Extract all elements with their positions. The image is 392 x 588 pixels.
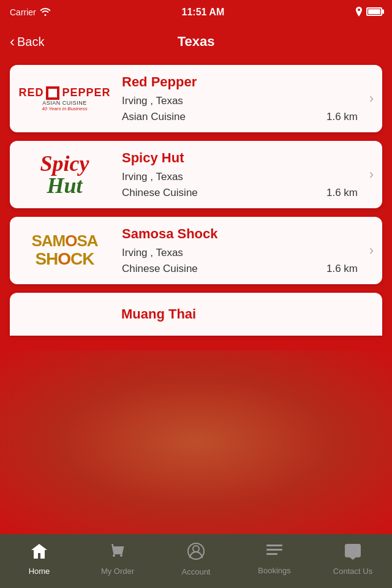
spicy-hut-logo: Spicy Hut <box>17 149 112 200</box>
samosa-text: SAMOSA <box>31 232 97 250</box>
carrier-label: Carrier <box>10 7 36 17</box>
page-title: Texas <box>178 34 215 50</box>
spicy-hut-distance: 1.6 km <box>326 187 358 199</box>
tab-contact-us-label: Contact Us <box>333 567 372 576</box>
tab-contact-us[interactable]: Contact Us <box>314 543 392 576</box>
spicy-hut-cuisine: Chinese Cuisine <box>122 187 198 199</box>
tab-account-label: Account <box>182 567 211 576</box>
svg-point-1 <box>193 546 199 552</box>
tab-bar: Home My Order Account Bookings <box>0 534 392 588</box>
tab-my-order-label: My Order <box>101 567 134 576</box>
spicy-text: Spicy <box>40 153 89 175</box>
bookings-icon <box>265 543 284 564</box>
spicy-hut-chevron-icon: › <box>369 167 374 183</box>
background-food-image <box>0 350 392 534</box>
red-pepper-logo-pepper: PEPPER <box>62 86 110 99</box>
samosa-shock-location: Irving , Texas <box>122 247 375 259</box>
back-label: Back <box>17 35 44 49</box>
red-pepper-info: Red Pepper Irving , Texas Asian Cuisine … <box>112 74 375 123</box>
status-right <box>355 7 382 18</box>
location-icon <box>355 7 363 18</box>
tab-my-order[interactable]: My Order <box>78 543 157 576</box>
cart-icon <box>108 543 127 564</box>
restaurant-card-muang-thai[interactable]: Muang Thai <box>10 293 382 336</box>
samosa-shock-cuisine: Chinese Cuisine <box>122 263 198 275</box>
wifi-icon <box>40 7 51 18</box>
main-content: RED PEPPER ASIAN CUISINE 40 Years in Bus… <box>0 59 392 534</box>
restaurant-card-spicy-hut[interactable]: Spicy Hut Spicy Hut Irving , Texas Chine… <box>10 141 382 208</box>
samosa-shock-chevron-icon: › <box>369 243 374 258</box>
samosa-shock-info: Samosa Shock Irving , Texas Chinese Cuis… <box>112 226 375 275</box>
tab-home[interactable]: Home <box>0 543 78 576</box>
hut-text: Hut <box>47 175 82 197</box>
home-icon <box>30 543 48 564</box>
samosa-shock-distance: 1.6 km <box>326 263 358 275</box>
spicy-hut-location: Irving , Texas <box>122 171 375 183</box>
samosa-shock-logo: SAMOSA SHOCK <box>17 225 112 276</box>
restaurant-card-red-pepper[interactable]: RED PEPPER ASIAN CUISINE 40 Years in Bus… <box>10 65 382 132</box>
shock-text: SHOCK <box>35 250 94 269</box>
svg-rect-2 <box>266 545 282 546</box>
samosa-shock-footer: Chinese Cuisine 1.6 km <box>122 263 375 275</box>
red-pepper-location: Irving , Texas <box>122 95 375 107</box>
red-pepper-logo-text: RED <box>18 86 43 99</box>
red-pepper-footer: Asian Cuisine 1.6 km <box>122 111 375 123</box>
tab-account[interactable]: Account <box>157 542 235 576</box>
red-pepper-cuisine: Asian Cuisine <box>122 111 186 123</box>
chat-icon <box>344 543 362 564</box>
spicy-hut-footer: Chinese Cuisine 1.6 km <box>122 187 375 199</box>
back-button[interactable]: ‹ Back <box>10 33 44 50</box>
spicy-hut-info: Spicy Hut Irving , Texas Chinese Cuisine… <box>112 150 375 199</box>
muang-thai-name: Muang Thai <box>17 306 196 322</box>
battery-icon <box>366 7 382 18</box>
red-pepper-logo: RED PEPPER ASIAN CUISINE 40 Years in Bus… <box>17 74 112 124</box>
tab-bookings[interactable]: Bookings <box>235 543 314 575</box>
spicy-hut-name: Spicy Hut <box>122 150 375 166</box>
status-left: Carrier <box>10 7 51 18</box>
svg-rect-3 <box>266 549 282 551</box>
back-chevron-icon: ‹ <box>10 33 15 50</box>
red-pepper-chevron-icon: › <box>369 91 374 107</box>
red-pepper-name: Red Pepper <box>122 74 375 90</box>
status-time: 11:51 AM <box>182 7 225 18</box>
tab-bookings-label: Bookings <box>258 566 290 575</box>
tab-home-label: Home <box>29 567 50 576</box>
red-pepper-logo-box <box>46 86 59 100</box>
samosa-shock-name: Samosa Shock <box>122 226 375 242</box>
red-pepper-distance: 1.6 km <box>326 111 358 123</box>
svg-rect-4 <box>266 553 277 555</box>
restaurant-card-samosa-shock[interactable]: SAMOSA SHOCK Samosa Shock Irving , Texas… <box>10 217 382 284</box>
nav-bar: ‹ Back Texas <box>0 24 392 59</box>
status-bar: Carrier 11:51 AM <box>0 0 392 24</box>
account-icon <box>187 542 205 565</box>
